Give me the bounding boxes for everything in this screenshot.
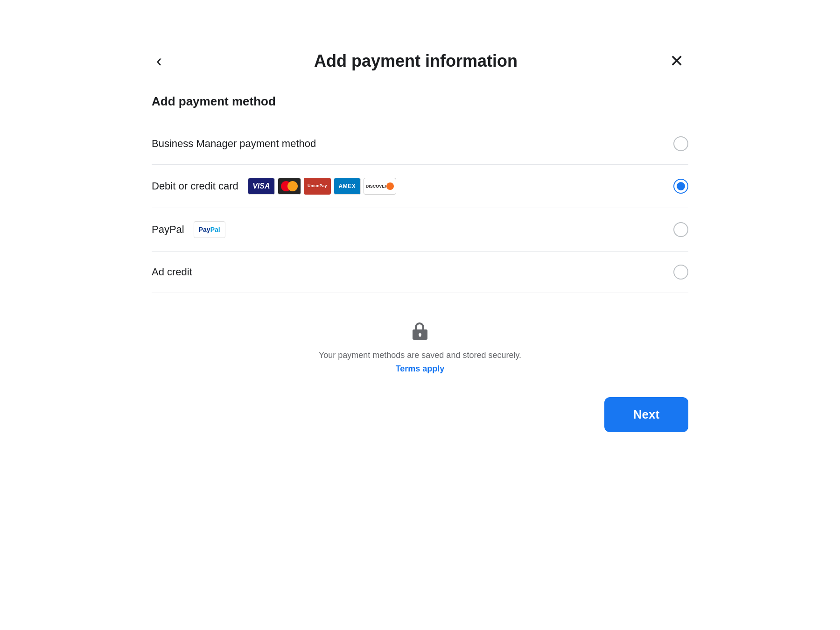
payment-option-paypal[interactable]: PayPal PayPal <box>152 208 688 252</box>
unionpay-icon: UnionPay <box>304 178 331 195</box>
discover-icon: DISCOVER <box>364 178 396 195</box>
radio-paypal[interactable] <box>673 222 688 237</box>
payment-option-ad-credit[interactable]: Ad credit <box>152 252 688 293</box>
page-title: Add payment information <box>167 51 665 71</box>
security-section: Your payment methods are saved and store… <box>152 321 688 374</box>
back-button[interactable]: ‹ <box>152 53 167 70</box>
payment-option-business-manager[interactable]: Business Manager payment method <box>152 123 688 165</box>
close-button[interactable]: ✕ <box>665 53 688 70</box>
mastercard-icon <box>278 178 301 195</box>
svg-rect-2 <box>420 335 421 337</box>
amex-icon: AMEX <box>334 178 361 195</box>
visa-icon: VISA <box>248 178 275 195</box>
payment-option-debit-credit[interactable]: Debit or credit card VISA UnionPay AMEX <box>152 165 688 208</box>
paypal-logo-icon: PayPal <box>199 226 220 233</box>
payment-label-ad-credit: Ad credit <box>152 266 192 278</box>
section-title: Add payment method <box>152 94 688 109</box>
payment-option-paypal-left: PayPal PayPal <box>152 221 225 238</box>
lock-icon <box>152 321 688 345</box>
payment-option-ad-left: Ad credit <box>152 266 192 278</box>
payment-modal: ‹ Add payment information ✕ Add payment … <box>124 28 716 455</box>
next-button[interactable]: Next <box>604 397 688 432</box>
terms-link[interactable]: Terms apply <box>396 364 445 373</box>
modal-header: ‹ Add payment information ✕ <box>152 51 688 71</box>
paypal-logo-badge: PayPal <box>194 221 225 238</box>
radio-ad-credit[interactable] <box>673 265 688 280</box>
footer: Next <box>152 397 688 432</box>
payment-label-business-manager: Business Manager payment method <box>152 138 316 150</box>
payment-option-debit-left: Debit or credit card VISA UnionPay AMEX <box>152 178 396 195</box>
radio-debit-credit[interactable] <box>673 179 688 194</box>
payment-option-left: Business Manager payment method <box>152 138 316 150</box>
security-text: Your payment methods are saved and store… <box>152 350 688 360</box>
payment-label-debit-credit: Debit or credit card <box>152 180 238 192</box>
payment-options-list: Business Manager payment method Debit or… <box>152 123 688 293</box>
card-icons: VISA UnionPay AMEX DISCOVER <box>248 178 396 195</box>
payment-label-paypal: PayPal <box>152 224 184 236</box>
radio-business-manager[interactable] <box>673 136 688 151</box>
